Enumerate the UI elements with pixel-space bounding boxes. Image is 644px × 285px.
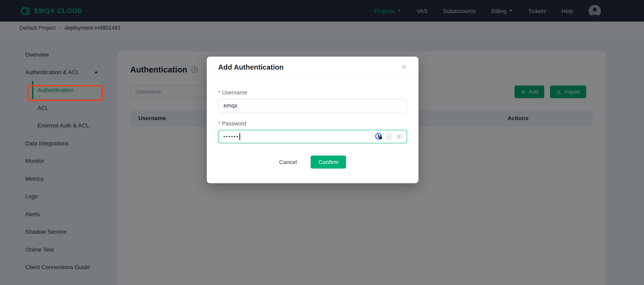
modal-title: Add Authentication [218, 63, 284, 72]
modal-footer: Cancel Confirm [207, 155, 418, 183]
text-cursor [239, 133, 240, 140]
masked-password-value: •••••• [224, 134, 239, 139]
onepassword-icon[interactable] [375, 132, 383, 140]
confirm-button[interactable]: Confirm [311, 155, 346, 168]
password-field-icons [375, 130, 402, 143]
required-asterisk: * [218, 120, 220, 126]
add-authentication-modal: Add Authentication ✕ *Username *Password… [207, 56, 418, 183]
modal-header: Add Authentication ✕ [207, 56, 418, 79]
cancel-button[interactable]: Cancel [279, 158, 297, 165]
username-field[interactable] [218, 99, 407, 112]
eye-off-icon[interactable] [396, 133, 402, 140]
required-asterisk: * [218, 89, 220, 96]
modal-body: *Username *Password •••••• [207, 79, 418, 143]
close-icon[interactable]: ✕ [402, 64, 407, 71]
username-label: *Username [218, 89, 407, 96]
password-field[interactable]: •••••• [218, 130, 407, 143]
emqx-cloud-console: EMQX CLOUD Projects VAS Subaccounts Bill… [0, 0, 644, 285]
password-label: *Password [218, 120, 407, 126]
clear-circle-icon[interactable] [386, 133, 392, 140]
